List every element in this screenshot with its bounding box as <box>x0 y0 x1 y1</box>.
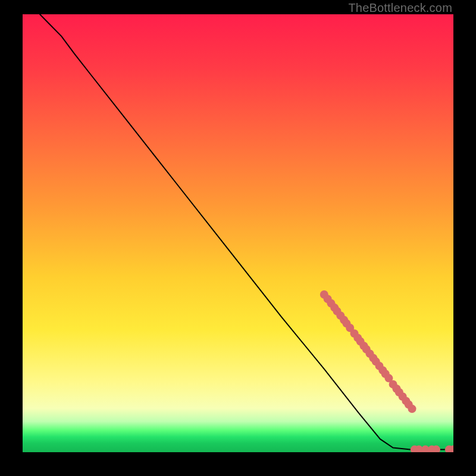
data-marker <box>408 405 416 413</box>
plot-area <box>23 14 453 452</box>
chart-svg <box>23 14 453 452</box>
watermark-text: TheBottleneck.com <box>348 1 452 15</box>
data-markers <box>320 290 453 452</box>
chart-frame: TheBottleneck.com <box>0 0 476 476</box>
